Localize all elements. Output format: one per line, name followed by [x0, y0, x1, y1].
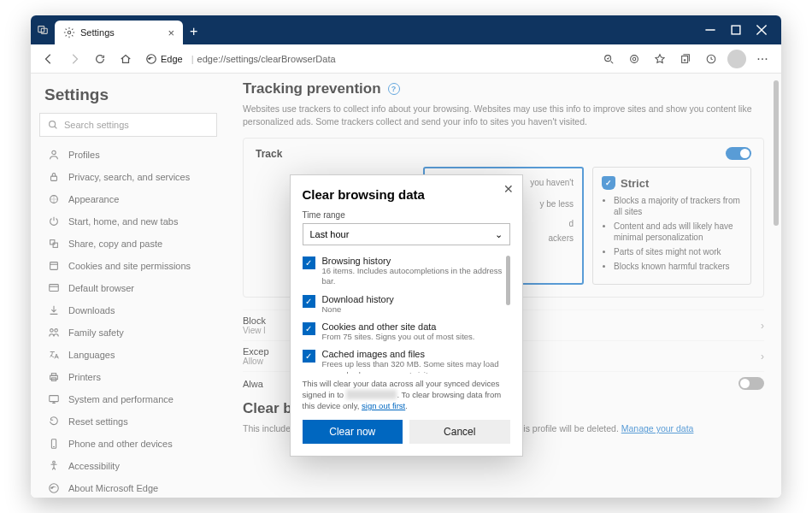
- close-window-button[interactable]: [749, 17, 774, 43]
- svg-point-8: [605, 55, 611, 61]
- url-text: edge://settings/clearBrowserData: [197, 54, 336, 64]
- chevron-down-icon: ⌄: [495, 229, 503, 240]
- clear-now-button[interactable]: Clear now: [303, 420, 403, 444]
- checkbox-icon: ✓: [303, 295, 315, 308]
- checklist-scrollbar[interactable]: [506, 256, 510, 305]
- forward-button: [63, 48, 85, 70]
- tab-actions-icon[interactable]: [36, 23, 50, 37]
- modal-backdrop: ✕ Clear browsing data Time range Last ho…: [31, 74, 781, 498]
- svg-point-10: [633, 57, 636, 61]
- back-button[interactable]: [38, 48, 60, 70]
- home-button[interactable]: [115, 48, 137, 70]
- tab-strip: Settings × +: [50, 15, 197, 44]
- checkbox-icon: ✓: [303, 322, 315, 335]
- address-bar: Edge | edge://settings/clearBrowserData …: [31, 44, 781, 74]
- time-range-label: Time range: [303, 210, 510, 220]
- modal-title: Clear browsing data: [303, 187, 510, 202]
- time-range-select[interactable]: Last hour ⌄: [303, 223, 510, 245]
- cancel-button[interactable]: Cancel: [409, 420, 510, 444]
- checkbox-icon: ✓: [303, 350, 315, 363]
- sync-note: This will clear your data across all you…: [303, 379, 510, 411]
- history-icon[interactable]: [699, 47, 723, 71]
- tab-title: Settings: [80, 27, 115, 38]
- gear-icon: [63, 27, 75, 38]
- favorites-icon[interactable]: [648, 47, 672, 71]
- svg-point-2: [68, 31, 71, 34]
- new-tab-button[interactable]: +: [190, 24, 197, 39]
- browser-window: Settings × + Edge | edge://settings/clea…: [31, 15, 781, 498]
- check-item[interactable]: ✓Cached images and filesFrees up less th…: [303, 349, 510, 374]
- menu-button[interactable]: ···: [750, 47, 774, 71]
- minimize-button[interactable]: [697, 17, 723, 43]
- svg-point-9: [631, 55, 638, 62]
- modal-close-icon[interactable]: ✕: [503, 182, 514, 196]
- refresh-button[interactable]: [89, 48, 111, 70]
- maximize-button[interactable]: [723, 17, 749, 43]
- titlebar: Settings × +: [31, 15, 781, 44]
- edge-badge: Edge: [145, 53, 183, 65]
- checkbox-icon: ✓: [303, 256, 315, 269]
- svg-rect-4: [732, 26, 740, 34]
- checklist: ✓Browsing history16 items. Includes auto…: [303, 256, 510, 374]
- profile-avatar[interactable]: [725, 47, 749, 71]
- url-box[interactable]: Edge | edge://settings/clearBrowserData: [140, 48, 593, 70]
- collections-icon[interactable]: [674, 47, 697, 71]
- content-area: Settings ProfilesPrivacy, search, and se…: [31, 74, 781, 498]
- extensions-icon[interactable]: [622, 47, 646, 71]
- check-item[interactable]: ✓Download historyNone: [303, 294, 510, 315]
- signout-link[interactable]: sign out first: [362, 401, 405, 410]
- tracking-icon[interactable]: [597, 47, 621, 71]
- browser-tab[interactable]: Settings ×: [55, 21, 183, 44]
- clear-data-modal: ✕ Clear browsing data Time range Last ho…: [290, 174, 523, 457]
- check-item[interactable]: ✓Cookies and other site dataFrom 75 site…: [303, 321, 510, 342]
- window-controls: [697, 17, 781, 43]
- tab-close-icon[interactable]: ×: [168, 27, 174, 39]
- check-item[interactable]: ✓Browsing history16 items. Includes auto…: [303, 256, 510, 287]
